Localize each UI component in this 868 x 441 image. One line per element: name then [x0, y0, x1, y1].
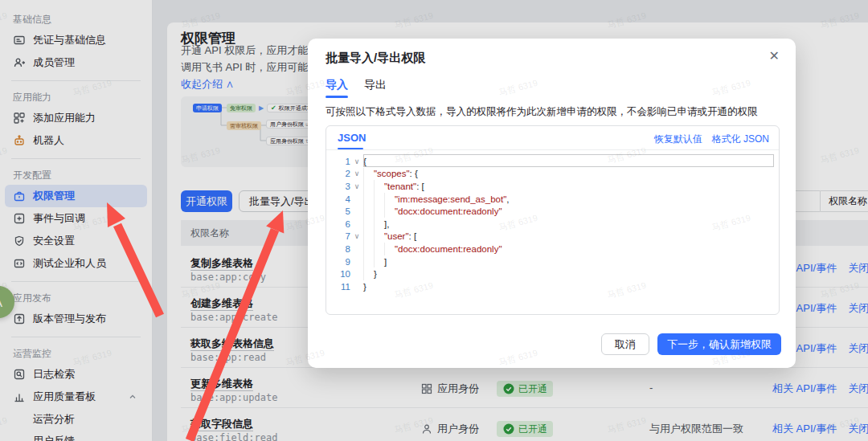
- code-line[interactable]: 6],: [326, 218, 779, 231]
- code-area[interactable]: 1∨{2∨"scopes": {3∨"tenant": [4"im:messag…: [326, 155, 779, 293]
- code-line[interactable]: 2∨"scopes": {: [326, 168, 779, 181]
- tab-export[interactable]: 导出: [364, 78, 387, 92]
- code-line[interactable]: 11}: [326, 280, 779, 293]
- editor-tab-json[interactable]: JSON: [338, 132, 366, 144]
- fold-chevron-icon[interactable]: ∨: [350, 182, 363, 190]
- json-editor: JSON 恢复默认值 格式化 JSON 1∨{2∨"scopes": {3∨"t…: [326, 125, 780, 315]
- code-line[interactable]: 7∨"user": [: [326, 231, 779, 243]
- reset-default-link[interactable]: 恢复默认值: [654, 133, 702, 146]
- format-json-link[interactable]: 格式化 JSON: [712, 133, 769, 146]
- fold-chevron-icon[interactable]: ∨: [350, 157, 363, 165]
- active-tab-underline: [326, 96, 348, 98]
- editor-tab-underline: [338, 148, 363, 149]
- code-line[interactable]: 1∨{: [326, 155, 779, 168]
- cancel-button[interactable]: 取消: [601, 333, 649, 355]
- code-line[interactable]: 8"docx:document:readonly": [326, 243, 779, 255]
- focused-line-ring: [363, 154, 774, 167]
- modal-title: 批量导入/导出权限: [326, 51, 425, 66]
- code-line[interactable]: 5"docx:document:readonly": [326, 205, 779, 218]
- confirm-next-step-button[interactable]: 下一步，确认新增权限: [657, 333, 781, 355]
- editor-header: JSON 恢复默认值 格式化 JSON: [326, 126, 779, 150]
- code-line[interactable]: 3∨"tenant": [: [326, 180, 779, 193]
- tab-import[interactable]: 导入: [326, 78, 348, 92]
- modal-description: 可按照以下格式导入数据，导入的权限将作为此次新增申请的权限，不会影响已申请或开通…: [326, 105, 778, 119]
- fold-chevron-icon[interactable]: ∨: [350, 169, 363, 178]
- fold-chevron-icon[interactable]: ∨: [350, 232, 363, 240]
- batch-import-export-modal: 批量导入/导出权限 ✕ 导入 导出 可按照以下格式导入数据，导入的权限将作为此次…: [308, 39, 796, 368]
- code-line[interactable]: 9]: [326, 255, 779, 268]
- close-icon[interactable]: ✕: [769, 50, 780, 63]
- code-line[interactable]: 4"im:message:send_as_bot",: [326, 193, 779, 206]
- screen: 基础信息凭证与基础信息成员管理应用能力添加应用能力机器人开发配置权限管理事件与回…: [0, 0, 868, 441]
- code-line[interactable]: 10}: [326, 267, 779, 280]
